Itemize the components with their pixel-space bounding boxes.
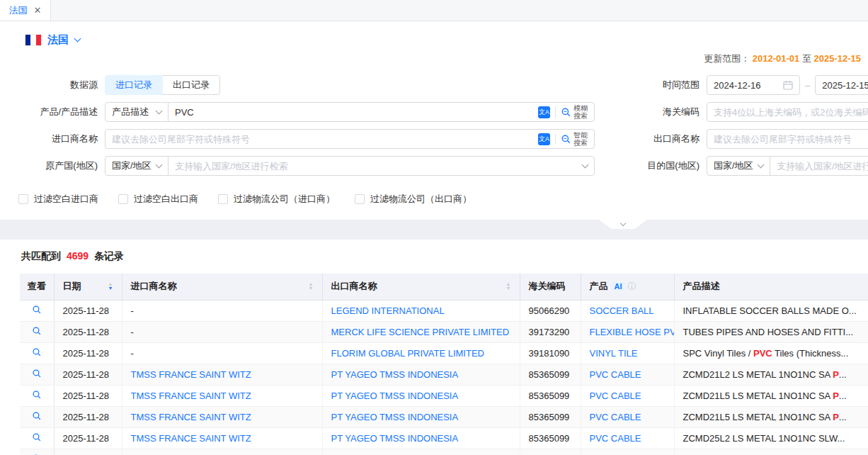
magnifier-icon [561, 107, 571, 118]
fuzzy-search-button[interactable]: 模糊搜索 [561, 104, 588, 120]
origin-type-select[interactable]: 国家/地区 [105, 156, 169, 176]
exporter-link[interactable]: MERCK LIFE SCIENCE PRIVATE LIMITED [331, 327, 510, 337]
cell-importer[interactable]: TMSS FRANCE SAINT WITZ [122, 385, 322, 406]
cell-importer: - [122, 342, 322, 364]
product-link[interactable]: PVC CABLE [590, 412, 641, 422]
exporter-link[interactable]: PT YAGEO TMSS INDONESIA [331, 391, 459, 401]
cell-product: VINYL TILE [581, 342, 674, 364]
column-exporter[interactable]: 出口商名称 ▲▼ [322, 274, 520, 300]
datasource-export-button[interactable]: 出口记录 [162, 75, 220, 95]
exporter-link[interactable]: FLORIM GLOBAL PRIVATE LIMITED [331, 348, 484, 359]
chevron-down-icon [156, 161, 163, 168]
exporter-link[interactable]: PT YAGEO TMSS INDONESIA [331, 433, 459, 444]
column-description: 产品描述 [674, 274, 868, 300]
view-record-button[interactable] [20, 300, 54, 321]
cell-importer[interactable]: TMSS FRANCE SAINT WITZ [122, 427, 322, 449]
checkbox-label: 过滤物流公司（进口商） [234, 193, 335, 206]
importer-link[interactable]: TMSS FRANCE SAINT WITZ [131, 412, 251, 422]
importer-input[interactable] [105, 134, 538, 145]
tab-france[interactable]: 法国 ✕ [0, 0, 51, 21]
translate-icon[interactable]: 文A [538, 106, 550, 118]
hs-code-input[interactable] [707, 107, 868, 118]
cell-description: TUBES PIPES AND HOSES AND FITTI... [674, 321, 868, 342]
datasource-import-button[interactable]: 进口记录 [105, 75, 163, 95]
close-icon[interactable]: ✕ [34, 5, 42, 16]
smart-search-button[interactable]: 智能搜索 [561, 131, 588, 147]
france-flag-icon [25, 35, 41, 45]
view-record-button[interactable] [20, 427, 54, 449]
info-icon[interactable]: ⓘ [628, 281, 636, 291]
cell-description: ZCMD21L2 LS METAL 1NO1NC SA P... [674, 364, 868, 385]
view-magnifier-icon [32, 347, 42, 357]
product-link[interactable]: FLEXIBLE HOSE PVC [590, 327, 675, 337]
cell-product: SOCCER BALL [581, 300, 674, 321]
cell-date: 2025-11-28 [54, 406, 122, 427]
view-magnifier-icon [32, 326, 42, 336]
date-to-value: 2025-12-15 [822, 80, 868, 91]
cell-date: 2025-11-28 [54, 364, 122, 385]
view-record-button[interactable] [20, 385, 54, 406]
divider [555, 107, 556, 118]
product-input[interactable] [169, 107, 538, 118]
view-record-button[interactable] [20, 364, 54, 385]
sort-icon-exporter[interactable]: ▲▼ [506, 282, 511, 291]
view-magnifier-icon [32, 305, 42, 315]
country-selector[interactable]: 法国 [0, 21, 868, 51]
product-input-wrap: 文A 模糊搜索 [168, 102, 595, 122]
column-date[interactable]: 日期 ▲▼ [54, 274, 122, 300]
sort-icon-importer[interactable]: ▲▼ [309, 282, 314, 291]
update-range-from: 2012-01-01 [753, 53, 800, 64]
view-record-button[interactable] [20, 321, 54, 342]
cell-description: ZCMD21L5 LS METAL 1NO1NC SA P... [674, 406, 868, 427]
cell-importer[interactable]: HAMELIN BRANDS LIMITED [122, 449, 322, 455]
collapse-panel-button[interactable] [599, 220, 647, 229]
checkbox-label: 过滤物流公司（出口商） [370, 193, 472, 206]
exporter-input[interactable] [707, 134, 868, 145]
cell-importer[interactable]: TMSS FRANCE SAINT WITZ [122, 364, 322, 385]
destination-country-label: 目的国(地区) [595, 159, 707, 172]
exporter-link[interactable]: PT YAGEO TMSS INDONESIA [331, 412, 459, 422]
view-record-button[interactable] [20, 406, 54, 427]
translate-icon[interactable]: 文A [538, 133, 550, 145]
exporter-link[interactable]: PT YAGEO TMSS INDONESIA [331, 369, 459, 380]
filter-checkbox[interactable]: 过滤物流公司（出口商） [355, 193, 472, 206]
product-field-select[interactable]: 产品描述 [105, 102, 169, 122]
destination-country-input[interactable] [770, 161, 868, 172]
origin-select-value: 国家/地区 [112, 159, 152, 172]
cell-hs-code: 95066290 [520, 300, 581, 321]
destination-type-select[interactable]: 国家/地区 [707, 156, 770, 176]
view-record-button[interactable] [20, 342, 54, 364]
sort-icon-date[interactable]: ▲▼ [108, 282, 113, 291]
checkbox-icon[interactable] [355, 194, 365, 204]
view-record-button[interactable] [20, 449, 54, 455]
date-from-input[interactable]: 2024-12-16 [707, 75, 800, 95]
date-to-input[interactable]: 2025-12-15 [815, 75, 868, 95]
product-link[interactable]: PVC CABLE [590, 433, 641, 444]
cell-product: PVC CABLE [581, 427, 674, 449]
filter-checkbox[interactable]: 过滤物流公司（进口商） [218, 193, 335, 206]
view-magnifier-icon [32, 369, 42, 378]
column-importer[interactable]: 进口商名称 ▲▼ [122, 274, 322, 300]
fuzzy-search-label: 模糊搜索 [573, 104, 588, 120]
importer-link[interactable]: TMSS FRANCE SAINT WITZ [131, 433, 251, 444]
product-link[interactable]: SOCCER BALL [590, 305, 654, 316]
checkbox-icon[interactable] [18, 194, 28, 204]
importer-link[interactable]: TMSS FRANCE SAINT WITZ [131, 391, 251, 401]
product-link[interactable]: PVC CABLE [590, 391, 641, 401]
checkbox-icon[interactable] [118, 194, 128, 204]
date-from-value: 2024-12-16 [714, 80, 761, 91]
column-hs-code: 海关编码 [520, 274, 581, 300]
filter-checkbox[interactable]: 过滤空白出口商 [118, 193, 198, 206]
cell-hs-code: 39173290 [520, 321, 581, 342]
cell-importer[interactable]: TMSS FRANCE SAINT WITZ [122, 406, 322, 427]
cell-product: PVC CABLE [581, 385, 674, 406]
table-row: 2025-11-27HAMELIN BRANDS LIMITEDPT BATAR… [20, 449, 868, 455]
product-link[interactable]: VINYL TILE [590, 348, 638, 359]
importer-link[interactable]: TMSS FRANCE SAINT WITZ [131, 369, 251, 380]
exporter-link[interactable]: LEGEND INTERNATIONAL [331, 305, 445, 316]
origin-country-input[interactable] [169, 161, 583, 172]
table-row: 2025-11-28TMSS FRANCE SAINT WITZPT YAGEO… [20, 385, 868, 406]
product-link[interactable]: PVC CABLE [590, 369, 641, 380]
checkbox-icon[interactable] [218, 194, 228, 204]
filter-checkbox[interactable]: 过滤空白进口商 [18, 193, 98, 206]
